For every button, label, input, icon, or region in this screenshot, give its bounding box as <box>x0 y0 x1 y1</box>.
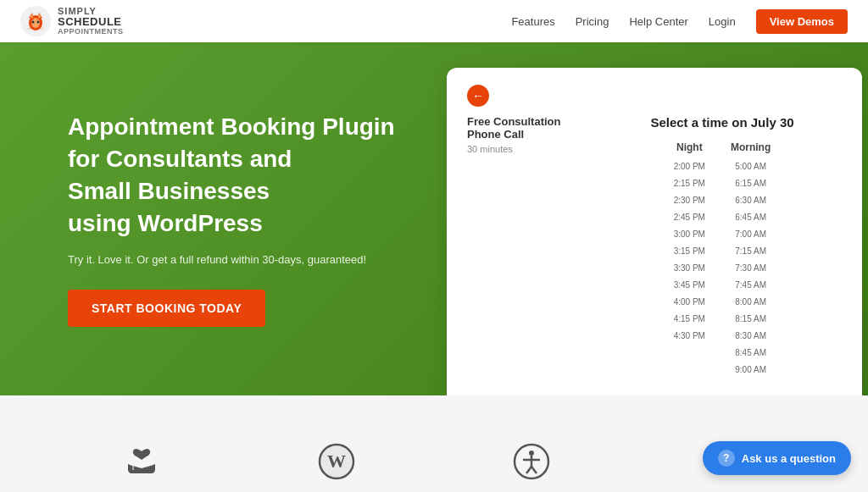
widget-inner: Free Consultation Phone Call 30 minutes … <box>467 115 842 379</box>
logo-appointments: APPOINTMENTS <box>58 28 124 36</box>
morning-slot-4[interactable]: 6:45 AM <box>735 209 766 226</box>
night-slot-7[interactable]: 3:30 PM <box>674 260 705 277</box>
morning-slot-5[interactable]: 7:00 AM <box>735 226 766 243</box>
features-grid: Responsive & Helpful Support Team W Deep… <box>53 438 815 492</box>
question-mark-icon: ? <box>718 450 735 467</box>
feature-accessible: Intuitive and Accessible Interface <box>442 438 620 492</box>
heart-hands-icon <box>118 438 165 485</box>
booking-widget-area: ← Free Consultation Phone Call 30 minute… <box>441 42 868 395</box>
morning-slot-7[interactable]: 7:30 AM <box>735 260 766 277</box>
main-nav: Features Pricing Help Center Login View … <box>511 9 848 34</box>
morning-header: Morning <box>731 141 771 153</box>
svg-line-17 <box>526 467 531 473</box>
morning-slot-6[interactable]: 7:15 AM <box>735 243 766 260</box>
nav-features[interactable]: Features <box>511 15 554 28</box>
morning-slot-13[interactable]: 9:00 AM <box>735 362 766 379</box>
night-slot-4[interactable]: 2:45 PM <box>674 209 705 226</box>
nav-login[interactable]: Login <box>709 15 736 28</box>
morning-column: Morning 5:00 AM 6:15 AM 6:30 AM 6:45 AM … <box>731 141 771 379</box>
morning-slot-2[interactable]: 6:15 AM <box>735 175 766 192</box>
hero-content: Appointment Booking Plugin for Consultan… <box>0 42 441 395</box>
service-name: Free Consultation Phone Call <box>467 115 586 141</box>
night-slot-6[interactable]: 3:15 PM <box>674 243 705 260</box>
hero-section: Appointment Booking Plugin for Consultan… <box>0 42 868 395</box>
night-slot-11[interactable]: 4:30 PM <box>674 328 705 345</box>
morning-slot-10[interactable]: 8:15 AM <box>735 311 766 328</box>
wordpress-icon: W <box>313 438 360 485</box>
night-column: Night 2:00 PM 2:15 PM 2:30 PM 2:45 PM 3:… <box>674 141 705 379</box>
widget-time-picker: Select a time on July 30 Night 2:00 PM 2… <box>603 115 842 379</box>
night-slot-10[interactable]: 4:15 PM <box>674 311 705 328</box>
morning-slot-1[interactable]: 5:00 AM <box>735 158 766 175</box>
night-slot-3[interactable]: 2:30 PM <box>674 192 705 209</box>
morning-slot-9[interactable]: 8:00 AM <box>735 294 766 311</box>
feature-support: Responsive & Helpful Support Team <box>53 438 231 492</box>
logo-text: SIMPLY SCHEDULE APPOINTMENTS <box>58 6 124 36</box>
night-slot-9[interactable]: 4:00 PM <box>674 294 705 311</box>
site-header: SIMPLY SCHEDULE APPOINTMENTS Features Pr… <box>0 0 868 42</box>
night-slot-5[interactable]: 3:00 PM <box>674 226 705 243</box>
view-demos-button[interactable]: View Demos <box>756 9 848 34</box>
night-slot-8[interactable]: 3:45 PM <box>674 277 705 294</box>
accessibility-icon <box>508 438 555 485</box>
back-arrow-icon: ← <box>472 89 484 102</box>
widget-back-button[interactable]: ← <box>467 85 489 107</box>
logo: SIMPLY SCHEDULE APPOINTMENTS <box>20 6 124 36</box>
logo-icon <box>20 6 51 36</box>
hero-title: Appointment Booking Plugin for Consultan… <box>68 111 398 239</box>
night-slot-1[interactable]: 2:00 PM <box>674 158 705 175</box>
svg-point-14 <box>529 451 534 456</box>
feature-wordpress: W Deeply Integrated with WordPress <box>248 438 426 492</box>
service-duration: 30 minutes <box>467 144 586 154</box>
hero-subtitle: Try it. Love it. Or get a full refund wi… <box>68 253 398 266</box>
svg-point-4 <box>32 21 35 24</box>
booking-widget-card: ← Free Consultation Phone Call 30 minute… <box>447 68 862 395</box>
morning-slot-12[interactable]: 8:45 AM <box>735 345 766 362</box>
nav-pricing[interactable]: Pricing <box>576 15 609 28</box>
morning-slot-8[interactable]: 7:45 AM <box>735 277 766 294</box>
logo-schedule: SCHEDULE <box>58 16 124 28</box>
svg-point-5 <box>37 21 40 24</box>
time-columns: Night 2:00 PM 2:15 PM 2:30 PM 2:45 PM 3:… <box>603 141 842 379</box>
ask-button-label: Ask us a question <box>742 452 836 465</box>
nav-help-center[interactable]: Help Center <box>629 15 687 28</box>
morning-slot-11[interactable]: 8:30 AM <box>735 328 766 345</box>
start-booking-button[interactable]: START BOOKING TODAY <box>68 290 265 327</box>
night-header: Night <box>676 141 703 153</box>
night-slot-2[interactable]: 2:15 PM <box>674 175 705 192</box>
svg-text:W: W <box>327 451 346 472</box>
svg-line-18 <box>531 467 537 473</box>
widget-service-info: Free Consultation Phone Call 30 minutes <box>467 115 586 379</box>
ask-question-button[interactable]: ? Ask us a question <box>703 441 851 475</box>
select-time-label: Select a time on July 30 <box>603 115 842 130</box>
morning-slot-3[interactable]: 6:30 AM <box>735 192 766 209</box>
